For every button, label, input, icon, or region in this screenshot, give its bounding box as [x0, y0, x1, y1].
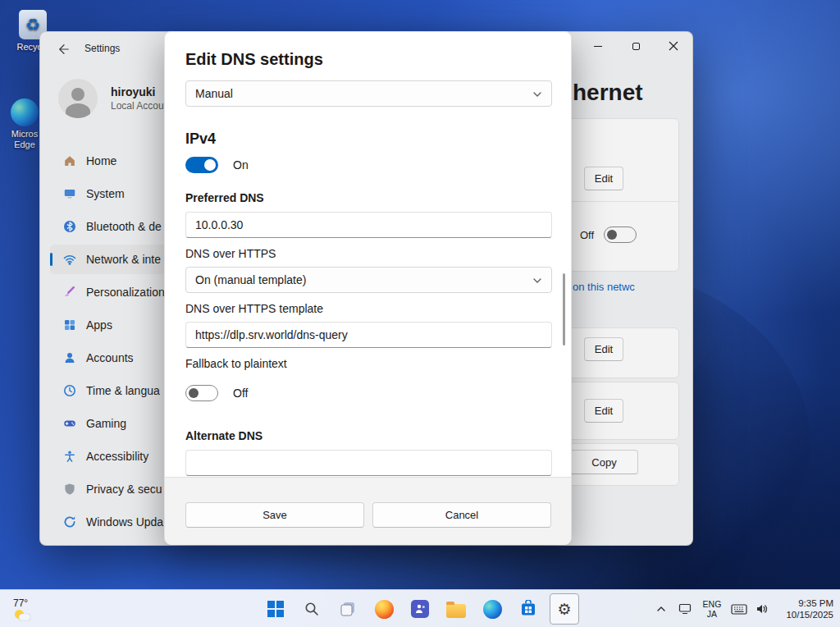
taskbar-icons: ⚙ [261, 593, 579, 625]
shield-icon [63, 483, 76, 496]
ipv4-toggle-label: On [233, 158, 249, 172]
metered-connection-toggle[interactable] [604, 227, 637, 243]
sidebar-item-label: Home [86, 154, 116, 167]
teams-icon [411, 600, 429, 618]
page-title: hernet [573, 80, 643, 106]
task-view-button[interactable] [333, 593, 363, 625]
background-toggle-row: Off [580, 227, 637, 243]
search-button[interactable] [297, 593, 326, 625]
display-icon [678, 603, 692, 615]
user-account[interactable]: hiroyuki Local Accou [58, 79, 164, 118]
firefox-icon [375, 600, 394, 619]
doh-value: On (manual template) [195, 273, 306, 286]
edge-shortcut-label-line2: Edge [14, 140, 35, 150]
accounts-icon [63, 351, 76, 364]
file-explorer-button[interactable] [441, 593, 471, 625]
maximize-button[interactable] [617, 32, 655, 60]
clock-date: 10/15/2025 [786, 609, 833, 620]
edge-icon [483, 600, 502, 619]
gear-icon: ⚙ [557, 602, 571, 617]
alternate-dns-input[interactable] [185, 450, 552, 476]
close-button[interactable] [655, 32, 692, 60]
user-name: hiroyuki [111, 85, 164, 98]
windows-logo-icon [267, 601, 284, 617]
speaker-icon [756, 602, 769, 616]
back-arrow-icon [58, 43, 70, 55]
sidebar-item-label: Bluetooth & de [86, 220, 162, 233]
accessibility-icon [63, 450, 76, 463]
sidebar-item-label: Privacy & secu [86, 483, 162, 496]
close-icon [669, 41, 678, 51]
edge-button[interactable] [477, 593, 507, 625]
sidebar-item-label: Personalization [86, 286, 165, 299]
sidebar-item-label: Windows Upda [86, 515, 163, 529]
settings-taskbar-button[interactable]: ⚙ [550, 593, 579, 625]
ipv4-toggle[interactable] [185, 157, 218, 173]
language-indicator[interactable]: ENG JA [697, 593, 727, 625]
user-subtitle: Local Accou [111, 100, 164, 112]
maximize-icon [632, 43, 640, 50]
language-line2: JA [707, 609, 717, 619]
dialog-title: Edit DNS settings [185, 50, 323, 69]
gamepad-icon [63, 417, 76, 430]
start-button[interactable] [261, 593, 290, 625]
dialog-scrollbar[interactable] [563, 273, 565, 346]
network-icon [63, 253, 76, 266]
fallback-toggle-row: Off [185, 385, 248, 401]
keyboard-icon [731, 602, 747, 616]
sidebar-item-label: Apps [86, 318, 112, 332]
teams-button[interactable] [405, 593, 435, 625]
doh-label: DNS over HTTPS [185, 247, 276, 260]
clock-time: 9:35 PM [798, 597, 833, 609]
language-line1: ENG [703, 599, 722, 609]
weather-widget[interactable]: 77° [3, 592, 41, 626]
edge-icon [11, 98, 39, 126]
back-button[interactable] [52, 39, 76, 60]
tray-overflow-button[interactable] [650, 593, 673, 625]
dns-mode-select[interactable]: Manual [185, 80, 552, 107]
volume-button[interactable] [751, 593, 773, 625]
system-tray: ENG JA 9:35 PM 10/15/2025 [650, 590, 835, 627]
taskbar-clock[interactable]: 9:35 PM 10/15/2025 [774, 593, 835, 625]
search-icon [304, 602, 319, 616]
touch-keyboard-button[interactable] [728, 593, 750, 625]
update-icon [63, 515, 76, 529]
weather-icon [13, 610, 31, 621]
tray-display-button[interactable] [674, 593, 696, 625]
window-title: Settings [84, 43, 120, 54]
system-icon [63, 187, 76, 200]
sidebar-item-label: Accounts [86, 351, 134, 364]
network-link[interactable]: on this netwc [573, 281, 635, 293]
preferred-dns-input[interactable] [185, 212, 552, 238]
weather-temperature: 77° [13, 597, 28, 609]
home-icon [63, 154, 76, 167]
edit-button[interactable]: Edit [584, 167, 623, 190]
minimize-button[interactable] [579, 32, 617, 60]
doh-select[interactable]: On (manual template) [185, 267, 552, 293]
avatar [58, 79, 98, 118]
edit-button[interactable]: Edit [584, 337, 623, 361]
chevron-down-icon [533, 92, 541, 97]
bluetooth-icon [63, 220, 76, 233]
edit-dns-dialog: Edit DNS settings Manual IPv4 On Preferr… [164, 31, 572, 544]
fallback-toggle[interactable] [185, 385, 218, 401]
microsoft-store-button[interactable] [514, 593, 543, 625]
sidebar-item-label: System [86, 187, 125, 200]
fallback-toggle-label: Off [233, 387, 248, 400]
edit-button[interactable]: Edit [584, 399, 623, 423]
ipv4-heading: IPv4 [185, 130, 216, 148]
firefox-button[interactable] [369, 593, 399, 625]
personalization-icon [63, 286, 76, 299]
store-icon [519, 600, 537, 618]
sidebar-item-label: Network & inte [86, 253, 161, 266]
preferred-dns-label: Preferred DNS [185, 191, 264, 204]
doh-template-input[interactable] [185, 322, 552, 348]
cancel-button[interactable]: Cancel [372, 502, 551, 528]
dialog-footer: Save Cancel [165, 477, 571, 545]
taskbar: 77° ⚙ [0, 589, 840, 627]
save-button[interactable]: Save [185, 502, 364, 528]
copy-button[interactable]: Copy [570, 450, 638, 474]
sidebar-item-label: Accessibility [86, 450, 148, 463]
task-view-icon [340, 601, 356, 617]
dns-mode-value: Manual [195, 87, 233, 100]
